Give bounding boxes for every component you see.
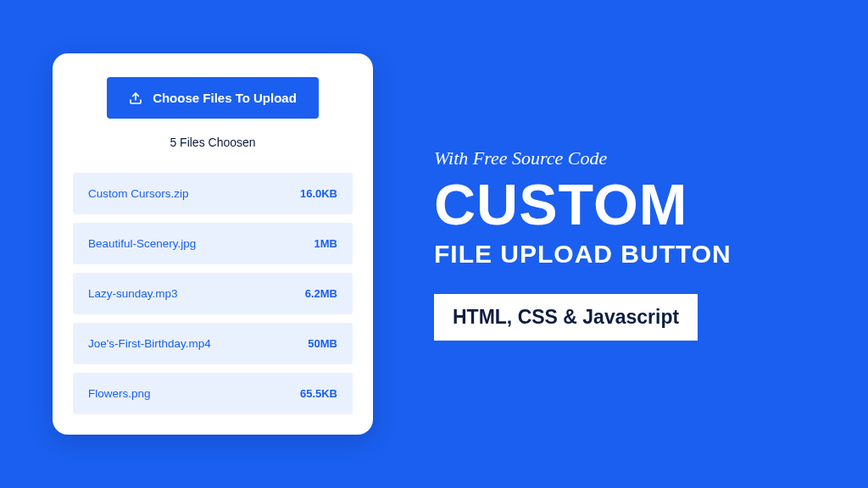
file-row: Custom Cursors.zip 16.0KB [73, 173, 353, 214]
headline-block: With Free Source Code CUSTOM FILE UPLOAD… [434, 147, 732, 341]
file-size: 6.2MB [305, 287, 337, 300]
file-size: 1MB [314, 237, 337, 250]
file-name: Custom Cursors.zip [88, 187, 189, 200]
upload-icon [129, 92, 142, 105]
files-chosen-status: 5 Files Choosen [73, 136, 353, 149]
file-name: Flowers.png [88, 387, 151, 400]
title-sub: FILE UPLOAD BUTTON [434, 240, 732, 269]
file-list: Custom Cursors.zip 16.0KB Beautiful-Scen… [73, 173, 353, 414]
title-main: CUSTOM [434, 175, 732, 235]
upload-card: Choose Files To Upload 5 Files Choosen C… [53, 53, 373, 435]
file-size: 16.0KB [300, 187, 337, 200]
file-row: Lazy-sunday.mp3 6.2MB [73, 273, 353, 314]
file-size: 65.5KB [300, 387, 337, 400]
file-row: Flowers.png 65.5KB [73, 373, 353, 414]
choose-files-label: Choose Files To Upload [153, 91, 297, 105]
file-name: Beautiful-Scenery.jpg [88, 237, 196, 250]
tagline: With Free Source Code [434, 147, 732, 169]
file-row: Joe's-First-Birthday.mp4 50MB [73, 323, 353, 364]
choose-files-button[interactable]: Choose Files To Upload [107, 77, 319, 119]
file-size: 50MB [308, 337, 337, 350]
file-name: Joe's-First-Birthday.mp4 [88, 337, 211, 350]
file-name: Lazy-sunday.mp3 [88, 287, 178, 300]
file-row: Beautiful-Scenery.jpg 1MB [73, 223, 353, 264]
tech-badge: HTML, CSS & Javascript [434, 294, 698, 341]
